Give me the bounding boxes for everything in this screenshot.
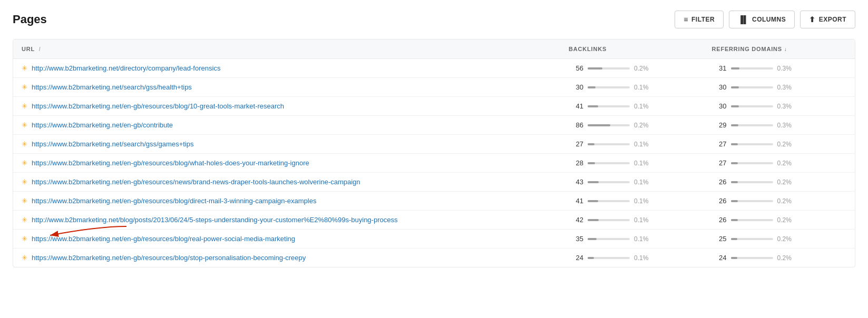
url-cell: ✳https://www.b2bmarketing.net/search/gss… bbox=[22, 83, 552, 91]
url-link[interactable]: https://www.b2bmarketing.net/en-gb/resou… bbox=[32, 197, 316, 205]
url-cell: ✳https://www.b2bmarketing.net/en-gb/reso… bbox=[22, 197, 552, 205]
url-icon: ✳ bbox=[22, 121, 27, 129]
domains-pct: 0.3% bbox=[777, 103, 793, 110]
domains-cell: 310.3% bbox=[712, 64, 846, 72]
domains-pct: 0.2% bbox=[777, 197, 793, 205]
url-cell: ✳https://www.b2bmarketing.net/en-gb/reso… bbox=[22, 102, 552, 110]
backlinks-pct: 0.1% bbox=[634, 141, 650, 148]
domains-pct: 0.2% bbox=[777, 235, 793, 243]
backlinks-cell: 560.2% bbox=[569, 64, 695, 72]
url-icon: ✳ bbox=[22, 83, 27, 91]
domains-cell: 290.3% bbox=[712, 121, 846, 129]
url-icon: ✳ bbox=[22, 178, 27, 186]
url-icon: ✳ bbox=[22, 216, 27, 224]
backlinks-pct: 0.1% bbox=[634, 84, 650, 91]
table-row: ✳https://www.b2bmarketing.net/en-gb/reso… bbox=[13, 173, 855, 192]
domains-cell: 260.2% bbox=[712, 216, 846, 224]
url-icon: ✳ bbox=[22, 254, 27, 262]
url-link[interactable]: https://www.b2bmarketing.net/en-gb/resou… bbox=[32, 102, 284, 110]
table-row: ✳https://www.b2bmarketing.net/en-gb/cont… bbox=[13, 116, 855, 135]
backlinks-pct: 0.1% bbox=[634, 160, 650, 167]
url-link[interactable]: https://www.b2bmarketing.net/en-gb/resou… bbox=[32, 254, 306, 262]
backlinks-pct: 0.2% bbox=[634, 122, 650, 129]
backlinks-cell: 270.1% bbox=[569, 140, 695, 148]
backlinks-count: 27 bbox=[569, 140, 583, 148]
table-row: ✳https://www.b2bmarketing.net/en-gb/reso… bbox=[13, 249, 855, 267]
domains-pct: 0.2% bbox=[777, 216, 793, 224]
info-icon: i bbox=[39, 46, 41, 52]
domains-count: 31 bbox=[712, 64, 727, 72]
domains-cell: 250.2% bbox=[712, 235, 846, 243]
url-link[interactable]: https://www.b2bmarketing.net/en-gb/resou… bbox=[32, 235, 295, 243]
columns-icon: ▐▌ bbox=[738, 15, 749, 24]
domains-count: 30 bbox=[712, 102, 727, 110]
domains-pct: 0.3% bbox=[777, 65, 793, 72]
domains-pct: 0.2% bbox=[777, 254, 793, 262]
export-button[interactable]: ⬆ EXPORT bbox=[800, 11, 855, 28]
backlinks-count: 24 bbox=[569, 254, 583, 262]
toolbar: ≡ FILTER ▐▌ COLUMNS ⬆ EXPORT bbox=[675, 11, 855, 28]
col-header-url: URL i bbox=[13, 39, 560, 59]
backlinks-count: 35 bbox=[569, 235, 583, 243]
domains-cell: 240.2% bbox=[712, 254, 846, 262]
backlinks-pct: 0.1% bbox=[634, 254, 650, 262]
page-title: Pages bbox=[13, 13, 47, 26]
backlinks-pct: 0.1% bbox=[634, 216, 650, 224]
backlinks-cell: 410.1% bbox=[569, 102, 695, 110]
url-icon: ✳ bbox=[22, 159, 27, 167]
backlinks-count: 42 bbox=[569, 216, 583, 224]
backlinks-pct: 0.1% bbox=[634, 178, 650, 186]
pages-table: URL i BACKLINKS REFERRING DOMAINS ✳http:… bbox=[13, 39, 855, 267]
domains-cell: 270.2% bbox=[712, 159, 846, 167]
url-cell: ✳http://www.b2bmarketing.net/directory/c… bbox=[22, 64, 552, 72]
domains-cell: 300.3% bbox=[712, 83, 846, 91]
backlinks-count: 28 bbox=[569, 159, 583, 167]
url-link[interactable]: https://www.b2bmarketing.net/search/gss/… bbox=[32, 140, 193, 148]
url-icon: ✳ bbox=[22, 197, 27, 205]
backlinks-cell: 350.1% bbox=[569, 235, 695, 243]
url-link[interactable]: http://www.b2bmarketing.net/blog/posts/2… bbox=[32, 216, 397, 224]
table-row: ✳https://www.b2bmarketing.net/en-gb/reso… bbox=[13, 154, 855, 173]
backlinks-cell: 240.1% bbox=[569, 254, 695, 262]
page-header: Pages ≡ FILTER ▐▌ COLUMNS ⬆ EXPORT bbox=[13, 11, 855, 28]
url-icon: ✳ bbox=[22, 140, 27, 148]
filter-button[interactable]: ≡ FILTER bbox=[675, 11, 724, 28]
url-cell: ✳https://www.b2bmarketing.net/en-gb/cont… bbox=[22, 121, 552, 129]
export-icon: ⬆ bbox=[809, 15, 816, 24]
domains-pct: 0.2% bbox=[777, 178, 793, 186]
domains-count: 26 bbox=[712, 216, 727, 224]
backlinks-count: 43 bbox=[569, 178, 583, 186]
backlinks-pct: 0.1% bbox=[634, 235, 650, 243]
backlinks-count: 41 bbox=[569, 102, 583, 110]
domains-count: 27 bbox=[712, 159, 727, 167]
url-link[interactable]: https://www.b2bmarketing.net/en-gb/resou… bbox=[32, 178, 360, 186]
url-link[interactable]: http://www.b2bmarketing.net/directory/co… bbox=[32, 64, 220, 72]
backlinks-count: 41 bbox=[569, 197, 583, 205]
table-row: ✳https://www.b2bmarketing.net/en-gb/reso… bbox=[13, 192, 855, 211]
domains-pct: 0.2% bbox=[777, 160, 793, 167]
url-link[interactable]: https://www.b2bmarketing.net/en-gb/contr… bbox=[32, 121, 173, 129]
table-row: ✳https://www.b2bmarketing.net/search/gss… bbox=[13, 135, 855, 154]
col-header-referring-domains[interactable]: REFERRING DOMAINS bbox=[704, 39, 855, 59]
backlinks-cell: 420.1% bbox=[569, 216, 695, 224]
backlinks-pct: 0.1% bbox=[634, 197, 650, 205]
columns-button[interactable]: ▐▌ COLUMNS bbox=[729, 11, 795, 28]
domains-cell: 260.2% bbox=[712, 197, 846, 205]
backlinks-cell: 280.1% bbox=[569, 159, 695, 167]
table-header-row: URL i BACKLINKS REFERRING DOMAINS bbox=[13, 39, 855, 59]
backlinks-pct: 0.2% bbox=[634, 65, 650, 72]
url-icon: ✳ bbox=[22, 235, 27, 243]
url-icon: ✳ bbox=[22, 64, 27, 72]
domains-count: 30 bbox=[712, 83, 727, 91]
url-link[interactable]: https://www.b2bmarketing.net/en-gb/resou… bbox=[32, 159, 309, 167]
domains-cell: 270.2% bbox=[712, 140, 846, 148]
url-cell: ✳https://www.b2bmarketing.net/en-gb/reso… bbox=[22, 178, 552, 186]
url-cell: ✳https://www.b2bmarketing.net/en-gb/reso… bbox=[22, 235, 552, 243]
backlinks-count: 30 bbox=[569, 83, 583, 91]
backlinks-pct: 0.1% bbox=[634, 103, 650, 110]
url-cell: ✳https://www.b2bmarketing.net/search/gss… bbox=[22, 140, 552, 148]
table-row: ✳https://www.b2bmarketing.net/en-gb/reso… bbox=[13, 230, 855, 249]
url-cell: ✳https://www.b2bmarketing.net/en-gb/reso… bbox=[22, 159, 552, 167]
url-link[interactable]: https://www.b2bmarketing.net/search/gss/… bbox=[32, 83, 192, 91]
domains-cell: 300.3% bbox=[712, 102, 846, 110]
